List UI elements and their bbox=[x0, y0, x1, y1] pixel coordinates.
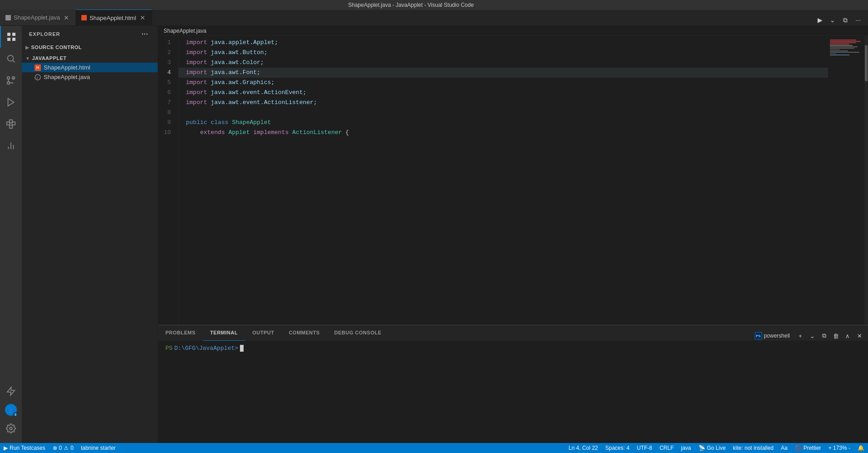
minimap-content bbox=[830, 40, 863, 55]
status-tabnine[interactable]: tabnine starter bbox=[77, 443, 120, 453]
status-zoom[interactable]: + 173% - bbox=[825, 443, 854, 453]
status-go-live[interactable]: 📡 Go Live bbox=[695, 443, 729, 453]
tab-terminal[interactable]: TERMINAL bbox=[203, 325, 245, 341]
svg-point-18 bbox=[10, 427, 12, 430]
svg-point-4 bbox=[8, 55, 14, 61]
tab-html[interactable]: ShapeApplet.html ✕ bbox=[76, 10, 152, 25]
svg-rect-3 bbox=[12, 38, 15, 41]
tree-item-html[interactable]: H ShapeApplet.html bbox=[22, 63, 158, 72]
tab-comments[interactable]: COMMENTS bbox=[281, 325, 327, 341]
activity-settings[interactable] bbox=[0, 418, 22, 439]
status-spaces[interactable]: Spaces: 4 bbox=[602, 443, 633, 453]
user-avatar[interactable]: 👤 1 bbox=[5, 404, 17, 416]
position-label: Ln 4, Col 22 bbox=[569, 445, 598, 451]
tab-java-label: ShapeApplet.java bbox=[14, 14, 60, 21]
tab-problems[interactable]: PROBLEMS bbox=[158, 325, 203, 341]
antenna-icon: 📡 bbox=[698, 445, 705, 451]
svg-rect-2 bbox=[7, 38, 10, 41]
svg-rect-1 bbox=[12, 33, 15, 36]
status-notifications[interactable]: 🔔 bbox=[854, 443, 868, 453]
split-terminal-button[interactable]: ⧉ bbox=[819, 331, 829, 341]
terminal-path: D:\GFG\JavaApplet> bbox=[175, 345, 238, 352]
close-panel-button[interactable]: ✕ bbox=[854, 331, 864, 341]
terminal-dropdown[interactable]: ⌄ bbox=[807, 331, 817, 341]
javaapplet-chevron: ▼ bbox=[25, 56, 30, 61]
tab-output[interactable]: OUTPUT bbox=[245, 325, 281, 341]
warning-count: 0 bbox=[70, 445, 74, 451]
run-button[interactable]: ▶ bbox=[814, 15, 825, 25]
source-control-header[interactable]: ▶ SOURCE CONTROL bbox=[22, 43, 158, 52]
run-dropdown[interactable]: ⌄ bbox=[827, 15, 838, 25]
ln-1: 1 bbox=[158, 38, 175, 48]
ln-5: 5 bbox=[158, 78, 175, 88]
java-file-icon bbox=[5, 15, 11, 20]
svg-marker-17 bbox=[7, 387, 15, 395]
kite-label: kite: not installed bbox=[733, 445, 773, 451]
sidebar-more-button[interactable]: ··· bbox=[140, 29, 150, 40]
maximize-panel-button[interactable]: ∧ bbox=[843, 331, 853, 341]
run-icon: ▶ bbox=[4, 445, 8, 451]
run-testcases-label: Run Testcases bbox=[10, 445, 45, 451]
status-prettier[interactable]: 🚫 Prettier bbox=[791, 443, 825, 453]
tree-item-java[interactable]: J ShapeApplet.java bbox=[22, 72, 158, 82]
javaapplet-section: ▼ JAVAAPPLET H ShapeApplet.html J ShapeA… bbox=[22, 53, 158, 83]
tab-html-close[interactable]: ✕ bbox=[139, 14, 146, 21]
breadcrumb: ShapeApplet.java bbox=[158, 26, 868, 36]
javaapplet-header[interactable]: ▼ JAVAAPPLET bbox=[22, 54, 158, 63]
prettier-icon: 🚫 bbox=[795, 445, 802, 451]
more-actions-button[interactable]: ··· bbox=[853, 15, 863, 25]
split-editor-button[interactable]: ⧉ bbox=[840, 15, 851, 25]
status-encoding[interactable]: UTF-8 bbox=[633, 443, 656, 453]
panel-actions: PS powershell + ⌄ ⧉ 🗑 ∧ ✕ bbox=[751, 331, 868, 341]
line-numbers: 1 2 3 4 5 6 7 8 9 10 bbox=[158, 36, 179, 325]
activity-source-control[interactable] bbox=[0, 70, 22, 91]
scrollbar-thumb bbox=[865, 45, 868, 81]
status-format-aa[interactable]: Aa bbox=[777, 443, 791, 453]
status-errors[interactable]: ⊗ 0 ⚠ 0 bbox=[49, 443, 77, 453]
tab-html-label: ShapeApplet.html bbox=[90, 15, 136, 21]
sidebar-title: EXPLORER bbox=[29, 31, 60, 37]
tab-debug-console[interactable]: DEBUG CONSOLE bbox=[327, 325, 389, 341]
tree-item-java-label: ShapeApplet.java bbox=[44, 74, 90, 80]
html-file-icon bbox=[81, 15, 87, 20]
format-label: Aa bbox=[781, 445, 788, 451]
activity-search[interactable] bbox=[0, 48, 22, 70]
activity-bottom: 👤 1 bbox=[0, 380, 22, 443]
minimap bbox=[828, 36, 864, 325]
code-line-9: public class ShapeApplet bbox=[179, 118, 828, 128]
activity-stats[interactable] bbox=[0, 135, 22, 157]
status-position[interactable]: Ln 4, Col 22 bbox=[565, 443, 602, 453]
svg-point-6 bbox=[7, 77, 10, 80]
source-control-chevron: ▶ bbox=[25, 45, 30, 50]
editor-area: ShapeApplet.java 1 2 3 4 5 6 7 8 9 10 im… bbox=[158, 26, 868, 443]
svg-text:J: J bbox=[36, 75, 38, 80]
editor-scrollbar[interactable] bbox=[864, 36, 868, 325]
new-terminal-button[interactable]: + bbox=[795, 331, 805, 341]
status-run-testcases[interactable]: ▶ Run Testcases bbox=[0, 443, 49, 453]
activity-extensions[interactable] bbox=[0, 113, 22, 135]
tabnine-label: tabnine starter bbox=[81, 445, 116, 451]
tab-java[interactable]: ShapeApplet.java ✕ bbox=[0, 10, 76, 25]
code-content[interactable]: import java.applet.Applet; import java.a… bbox=[179, 36, 828, 325]
ln-2: 2 bbox=[158, 48, 175, 58]
status-left: ▶ Run Testcases ⊗ 0 ⚠ 0 tabnine starter bbox=[0, 443, 120, 453]
tab-java-close[interactable]: ✕ bbox=[63, 14, 70, 21]
terminal-content[interactable]: PS D:\GFG\JavaApplet> bbox=[158, 341, 868, 443]
activity-explorer[interactable] bbox=[0, 26, 22, 48]
activity-run[interactable] bbox=[0, 91, 22, 113]
powershell-label: PS powershell bbox=[751, 332, 793, 339]
tab-toolbar: ▶ ⌄ ⧉ ··· bbox=[814, 15, 868, 25]
zoom-label: + 173% - bbox=[828, 445, 850, 451]
status-kite[interactable]: kite: not installed bbox=[729, 443, 777, 453]
code-editor[interactable]: 1 2 3 4 5 6 7 8 9 10 import java.applet.… bbox=[158, 36, 868, 325]
error-count: 0 bbox=[59, 445, 62, 451]
notification-badge: 1 bbox=[13, 412, 18, 417]
code-line-5: import java.awt.Graphics; bbox=[179, 78, 828, 88]
powershell-icon: PS bbox=[755, 332, 762, 339]
ln-3: 3 bbox=[158, 58, 175, 68]
tab-bar: ShapeApplet.java ✕ ShapeApplet.html ✕ ▶ … bbox=[0, 10, 868, 26]
kill-terminal-button[interactable]: 🗑 bbox=[831, 331, 841, 341]
status-language[interactable]: java bbox=[677, 443, 694, 453]
activity-lightning[interactable] bbox=[0, 380, 22, 402]
status-line-ending[interactable]: CRLF bbox=[656, 443, 677, 453]
